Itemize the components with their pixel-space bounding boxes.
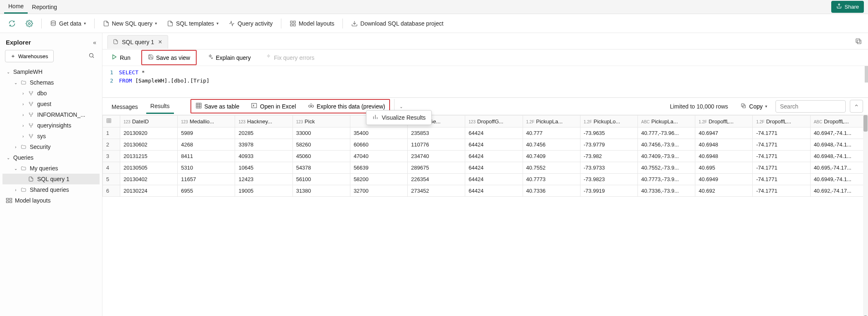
cell[interactable]: 60660	[350, 139, 407, 151]
scroll-down-arrow[interactable]: ▼	[863, 314, 868, 316]
tab-reporting[interactable]: Reporting	[28, 1, 61, 13]
cell[interactable]: 54378	[293, 162, 350, 174]
query-tab[interactable]: SQL query 1 ×	[107, 35, 168, 49]
cell[interactable]: 20130402	[120, 174, 178, 185]
expand-button[interactable]	[850, 100, 863, 113]
share-button[interactable]: Share	[831, 1, 864, 13]
get-data-button[interactable]: Get data ▾	[46, 18, 90, 29]
close-tab-button[interactable]: ×	[157, 38, 163, 46]
cell[interactable]: 32700	[350, 185, 407, 197]
tree-item-security[interactable]: ›Security	[2, 141, 100, 152]
tree-item-model-layouts[interactable]: Model layouts	[2, 195, 100, 206]
model-layouts-button[interactable]: Model layouts	[285, 18, 338, 29]
cell[interactable]: 40.695	[695, 162, 753, 174]
column-header[interactable]: ABCDropoffL...	[810, 116, 868, 127]
cell[interactable]: -73.9779	[580, 139, 637, 151]
visualize-results-popup[interactable]: Visualize Results	[366, 110, 432, 125]
cell[interactable]: 35400	[350, 127, 407, 139]
tree-item-samplewh[interactable]: ⌄SampleWH	[2, 66, 100, 77]
cell[interactable]: 235853	[408, 127, 465, 139]
save-as-table-button[interactable]: Save as table	[192, 100, 243, 113]
cell[interactable]: 8411	[178, 151, 235, 162]
cell[interactable]: 11657	[178, 174, 235, 185]
cell[interactable]: 58200	[350, 174, 407, 185]
cell[interactable]: 64424	[465, 185, 523, 197]
cell[interactable]: 64424	[465, 151, 523, 162]
table-row[interactable]: 5201304021165712423561005820022635464424…	[103, 174, 868, 185]
column-header[interactable]: ABCPickupLa...	[637, 116, 695, 127]
column-header[interactable]: 123Hackney...	[235, 116, 293, 127]
cell[interactable]: -73.982	[580, 151, 637, 162]
column-header[interactable]: 1.2FDropoffL...	[753, 116, 810, 127]
cell[interactable]: 40.692,-74.17...	[810, 185, 868, 197]
cell[interactable]: 40.6947	[695, 127, 753, 139]
cell[interactable]: 40933	[235, 151, 293, 162]
tab-results[interactable]: Results	[146, 99, 174, 114]
cell[interactable]: 4268	[178, 139, 235, 151]
cell[interactable]: 226354	[408, 174, 465, 185]
tree-item-sql-query-1[interactable]: SQL query 1	[2, 174, 100, 184]
table-row[interactable]: 1201309205989202853300035400235853644244…	[103, 127, 868, 139]
vertical-scrollbar[interactable]: ▼	[863, 115, 868, 316]
cell[interactable]: 40.7773	[523, 174, 580, 185]
cell[interactable]: 6955	[178, 185, 235, 197]
warehouses-button[interactable]: ＋ Warehouses	[5, 50, 54, 62]
cell[interactable]: -73.9919	[580, 185, 637, 197]
cell[interactable]: 64424	[465, 127, 523, 139]
cell[interactable]: 31380	[293, 185, 350, 197]
cell[interactable]: 40.7409,-73.9...	[637, 151, 695, 162]
download-project-button[interactable]: Download SQL database project	[347, 18, 447, 29]
tree-item-sys[interactable]: ›sys	[2, 131, 100, 141]
cell[interactable]: -74.1771	[753, 127, 810, 139]
cell[interactable]: 20130920	[120, 127, 178, 139]
results-search-input[interactable]	[775, 100, 846, 113]
column-header[interactable]: 123Pick	[293, 116, 350, 127]
cell[interactable]: 19005	[235, 185, 293, 197]
column-header[interactable]: 123DateID	[120, 116, 178, 127]
cell[interactable]: 234740	[408, 151, 465, 162]
new-window-button[interactable]	[852, 35, 865, 49]
cell[interactable]: 40.7336,-73.9...	[637, 185, 695, 197]
cell[interactable]: -73.9733	[580, 162, 637, 174]
cell[interactable]: 40.6948	[695, 139, 753, 151]
save-as-view-button[interactable]: Save as view	[144, 52, 194, 64]
cell[interactable]: 40.6948	[695, 151, 753, 162]
cell[interactable]: 40.6949	[695, 174, 753, 185]
column-header[interactable]: 123DropoffG...	[465, 116, 523, 127]
tree-item-guest[interactable]: ›guest	[2, 99, 100, 109]
tree-item-schemas[interactable]: ⌄Schemas	[2, 77, 100, 88]
cell[interactable]: 110776	[408, 139, 465, 151]
cell[interactable]: 56639	[350, 162, 407, 174]
explain-query-button[interactable]: Explain query	[203, 52, 255, 64]
copy-button[interactable]: Copy ▾	[736, 100, 771, 113]
collapse-panel-button[interactable]: «	[93, 39, 96, 46]
tab-messages[interactable]: Messages	[107, 99, 142, 113]
cell[interactable]: 40.6949,-74.1...	[810, 174, 868, 185]
cell[interactable]: 58260	[293, 139, 350, 151]
cell[interactable]: 12423	[235, 174, 293, 185]
tree-item-dbo[interactable]: ›dbo	[2, 88, 100, 99]
cell[interactable]: -73.9635	[580, 127, 637, 139]
cell[interactable]: 20130224	[120, 185, 178, 197]
sql-templates-button[interactable]: SQL templates ▾	[163, 18, 223, 29]
explorer-search-button[interactable]	[88, 52, 97, 60]
cell[interactable]: -74.1771	[753, 139, 810, 151]
cell[interactable]: -74.1771	[753, 185, 810, 197]
refresh-icon-button[interactable]	[4, 17, 20, 30]
column-header[interactable]: 123Medallio...	[178, 116, 235, 127]
cell[interactable]: 40.777	[523, 127, 580, 139]
tree-item-information-schema[interactable]: ›INFORMATION_...	[2, 109, 100, 120]
cell[interactable]: 20130602	[120, 139, 178, 151]
cell[interactable]: 45060	[293, 151, 350, 162]
cell[interactable]: 40.7409	[523, 151, 580, 162]
cell[interactable]: 40.695,-74.17...	[810, 162, 868, 174]
run-button[interactable]: Run	[107, 52, 135, 64]
new-sql-query-button[interactable]: New SQL query ▾	[99, 18, 161, 29]
cell[interactable]: 40.6947,-74.1...	[810, 127, 868, 139]
cell[interactable]: 40.6948,-74.1...	[810, 151, 868, 162]
cell[interactable]: -74.1771	[753, 162, 810, 174]
grid-corner[interactable]	[103, 116, 120, 127]
cell[interactable]: -74.1771	[753, 151, 810, 162]
tree-item-shared-queries[interactable]: ›Shared queries	[2, 184, 100, 195]
cell[interactable]: 64424	[465, 174, 523, 185]
